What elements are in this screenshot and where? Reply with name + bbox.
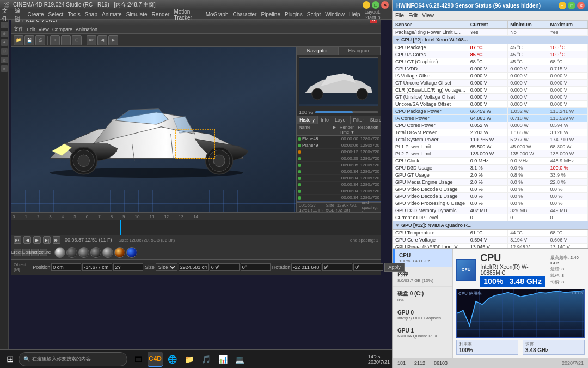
menu-window[interactable]: Window bbox=[325, 11, 345, 17]
left-icon-3[interactable]: ✦ bbox=[1, 39, 8, 46]
pv-tool-next[interactable]: ▶ bbox=[108, 35, 118, 45]
mat-texture[interactable]: Texture bbox=[40, 249, 47, 256]
taskbar-computer-icon[interactable]: 💻 bbox=[232, 352, 247, 367]
material-sphere-6[interactable] bbox=[114, 247, 125, 258]
menu-simulate[interactable]: Simulate bbox=[126, 11, 148, 17]
hwinfo-close[interactable]: ✕ bbox=[577, 2, 585, 9]
size-z-input[interactable] bbox=[241, 263, 271, 271]
taskbar-explorer-icon[interactable]: 📁 bbox=[181, 352, 197, 367]
rot-z-input[interactable] bbox=[353, 263, 383, 271]
pv-tab-histogram[interactable]: Histogram bbox=[339, 47, 381, 55]
hwinfo-menu-file[interactable]: File bbox=[395, 13, 404, 19]
cpu-sensor-row[interactable]: PL1 Power Limit 65.500 W 45.000 W 68.800… bbox=[393, 143, 588, 150]
menu-animate[interactable]: Animate bbox=[102, 11, 122, 17]
rot-y-input[interactable] bbox=[322, 263, 352, 271]
cpu-sensor-row[interactable]: CPU Package 87 °C 45 °C 100 °C bbox=[393, 44, 588, 51]
taskbar-media-icon[interactable]: 🎵 bbox=[198, 352, 213, 367]
tl-next[interactable]: ▶| bbox=[43, 236, 51, 244]
menu-plugins[interactable]: Plugins bbox=[285, 11, 303, 17]
maximize-button[interactable]: □ bbox=[372, 1, 379, 9]
hwinfo-menu-view[interactable]: View bbox=[422, 13, 434, 19]
cpu-sensor-row[interactable]: CPU IA Cores 85 °C 45 °C 100 °C bbox=[393, 51, 588, 58]
tl-end[interactable]: ⏭ bbox=[53, 236, 60, 244]
left-icon-4[interactable]: ⊡ bbox=[1, 48, 8, 55]
pv-menu-animation[interactable]: Animation bbox=[76, 27, 97, 32]
cpu-sensor-row[interactable]: Current cTDP Level 0 0 0 bbox=[393, 214, 588, 221]
left-icon-1[interactable]: ↕ bbox=[1, 22, 8, 28]
left-icon-5[interactable]: △ bbox=[1, 57, 8, 63]
cpu-sensor-row[interactable]: GPU Video Decode 1 Usage 0.0 % 0.0 % 0.0… bbox=[393, 193, 588, 200]
pv-tab-layer[interactable]: Layer bbox=[332, 116, 351, 124]
cpu-sensor-row[interactable]: GT Uncore Voltage Offset 0.000 V 0.000 V… bbox=[393, 80, 588, 87]
cpu-sensor-row[interactable]: CLR (CBus/LLC/Ring) Voltage... 0.000 V 0… bbox=[393, 87, 588, 94]
size-dropdown[interactable]: Size bbox=[156, 263, 177, 271]
apply-button[interactable]: Apply bbox=[384, 263, 405, 272]
tl-play[interactable]: ▶ bbox=[33, 236, 41, 244]
pos-x-input[interactable] bbox=[51, 263, 81, 271]
pv-tool-2[interactable]: 💾 bbox=[24, 35, 34, 45]
pv-tool-zoom-in[interactable]: + bbox=[50, 35, 60, 45]
menu-help[interactable]: Help bbox=[349, 11, 360, 17]
cpu-sensor-row[interactable]: PL2 Power Limit 135.000 W 135.000 W 135.… bbox=[393, 150, 588, 158]
cpu-sensor-row[interactable]: IA Voltage Offset 0.000 V 0.000 V 0.000 … bbox=[393, 73, 588, 80]
pv-tab-stereo[interactable]: Stereo bbox=[367, 116, 381, 124]
pv-menu-file[interactable]: 文件 bbox=[14, 26, 23, 33]
pos-z-input[interactable] bbox=[113, 263, 143, 271]
pv-zoom-bar[interactable] bbox=[315, 111, 378, 113]
cpu-sensor-row[interactable]: GPU Video Decode 0 Usage 0.0 % 0.0 % 0.0… bbox=[393, 186, 588, 193]
history-row[interactable]: 00:00:34 1280x720 bbox=[297, 182, 381, 188]
pv-tool-ab[interactable]: AB bbox=[87, 35, 96, 45]
pv-menu-edit[interactable]: Edit bbox=[27, 27, 35, 32]
hwinfo-minimize[interactable]: − bbox=[559, 2, 566, 9]
history-row[interactable]: 00:00:34 1280x720 bbox=[297, 168, 381, 175]
cpu-sensor-row[interactable]: CPU Cores Power 0.052 W 0.000 W 0.594 W bbox=[393, 122, 588, 129]
menu-character[interactable]: Character bbox=[232, 11, 256, 17]
size-y-input[interactable] bbox=[210, 263, 240, 271]
hwinfo-menu-edit[interactable]: Edit bbox=[408, 13, 418, 19]
pv-tool-prev[interactable]: ◀ bbox=[97, 35, 107, 45]
history-row[interactable]: 00:00:34 1280x720 bbox=[297, 175, 381, 182]
left-icon-2[interactable]: ⊕ bbox=[1, 31, 8, 37]
cpu-sensor-row[interactable]: GPU VDD 0.000 V 0.000 V 0.715 V bbox=[393, 65, 588, 73]
menu-pipeline[interactable]: Pipeline bbox=[261, 11, 280, 17]
history-row[interactable]: 00:00:29 1280x720 bbox=[297, 155, 381, 162]
taskman-item-gpu 1[interactable]: GPU 1 NVIDIA Quadro RTX ... bbox=[393, 324, 452, 342]
cpu-section-header[interactable]: ▼ CPU [#2]: Intel Xeon W-108... bbox=[393, 36, 588, 44]
pv-tool-1[interactable]: 📁 bbox=[14, 35, 23, 45]
pv-tab-filter[interactable]: Filter bbox=[351, 116, 367, 124]
cpu-sensor-row[interactable]: GPU GT Usage 2.0 % 0.8 % 33.9 % bbox=[393, 172, 588, 179]
hwinfo-maximize[interactable]: □ bbox=[568, 2, 575, 9]
history-row[interactable]: Plane48 00:00:00 1280x720 bbox=[297, 136, 381, 142]
taskbar-task-view[interactable]: 🗔 bbox=[131, 352, 146, 367]
cpu-sensor-row[interactable]: GPU Media Engine Usage 2.0 % 0.0 % 22.8 … bbox=[393, 179, 588, 186]
cpu-sensor-row[interactable]: Total System Power 119.765 W 5.277 W 174… bbox=[393, 136, 588, 143]
menu-tools[interactable]: Tools bbox=[68, 11, 80, 17]
material-sphere-7[interactable] bbox=[126, 247, 137, 258]
pv-tool-fit[interactable]: ⊡ bbox=[72, 35, 82, 45]
menu-edit[interactable]: 编辑 bbox=[15, 7, 23, 22]
history-row[interactable]: 00:00:35 1280x720 bbox=[297, 162, 381, 168]
rot-x-input[interactable] bbox=[291, 263, 321, 271]
pv-tool-3[interactable]: 🖨 bbox=[35, 35, 45, 45]
cpu-sensor-row[interactable]: CPU D3D Usage 3.1 % 0.0 % 100.0 % bbox=[393, 165, 588, 172]
pv-tab-navigator[interactable]: Navigator bbox=[297, 47, 339, 55]
tl-prev[interactable]: ◀ bbox=[23, 236, 31, 244]
close-button[interactable]: ✕ bbox=[381, 1, 389, 9]
windows-start-button[interactable]: ⊞ bbox=[2, 352, 17, 367]
history-row[interactable]: 00:00:12 1280x720 bbox=[297, 149, 381, 155]
history-row[interactable]: Plane49 00:00:06 1280x720 bbox=[297, 142, 381, 149]
cpu-sensor-row[interactable]: Total DRAM Power 2.283 W 1.165 W 3.126 W bbox=[393, 129, 588, 136]
menu-mograph[interactable]: MoGraph bbox=[206, 11, 229, 17]
cpu-sensor-row[interactable]: CPU Clock 0.0 MHz 0.0 MHz 448.9 MHz bbox=[393, 158, 588, 165]
mat-create[interactable]: Create bbox=[14, 249, 21, 256]
pv-menu-compare[interactable]: Compare bbox=[52, 27, 72, 32]
material-sphere-2[interactable] bbox=[66, 247, 77, 258]
minimize-button[interactable]: − bbox=[363, 1, 370, 9]
material-sphere-1[interactable] bbox=[54, 247, 65, 258]
material-sphere-4[interactable] bbox=[90, 247, 101, 258]
menu-select[interactable]: Select bbox=[48, 11, 63, 17]
cpu-sensor-row[interactable]: CPU GT (Graphics) 68 °C 45 °C 68 °C bbox=[393, 58, 588, 65]
pos-y-input[interactable] bbox=[82, 263, 112, 271]
cpu-sensor-row[interactable]: Uncore/SA Voltage Offset 0.000 V 0.000 V… bbox=[393, 101, 588, 108]
gpu-sensor-row[interactable]: GPU Core Voltage 0.594 V 3.194 V 0.606 V bbox=[393, 237, 588, 244]
